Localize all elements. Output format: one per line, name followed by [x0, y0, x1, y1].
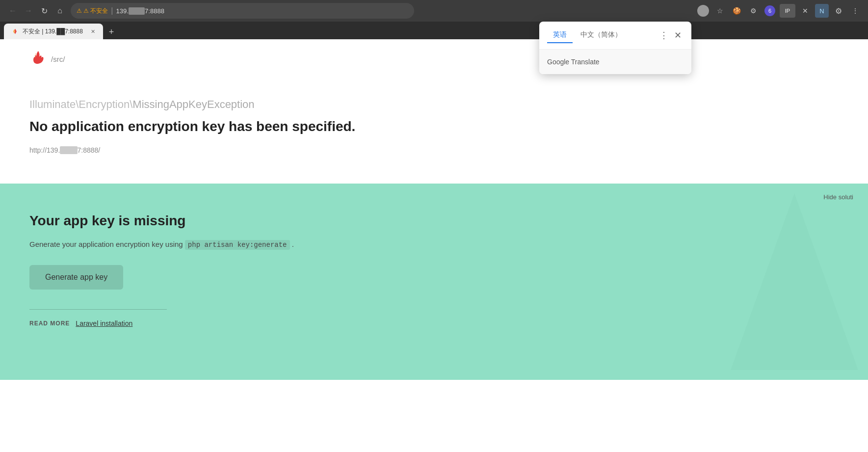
address-text: 139. 7:8888	[116, 7, 164, 15]
exception-message: No application encryption key has been s…	[29, 119, 839, 134]
cookie-extension-button[interactable]: 🍪	[730, 4, 743, 18]
translate-body: Google Translate	[539, 50, 691, 74]
address-separator: |	[111, 6, 113, 15]
page-wrapper: /src/ Illuminate\Encryption\MissingAppKe…	[0, 39, 868, 452]
exception-namespace: Illuminate\Encryption\	[29, 98, 132, 110]
solution-desc-prefix: Generate your application encryption key…	[29, 240, 183, 248]
forward-button[interactable]: →	[22, 4, 35, 18]
home-button[interactable]: ⌂	[53, 4, 67, 18]
exception-url: http://139. 7:8888/	[29, 146, 839, 154]
settings-extension-button[interactable]: ⚙	[746, 4, 760, 18]
hide-solution-button[interactable]: Hide soluti	[823, 193, 853, 201]
solution-bg-shape	[721, 184, 868, 380]
error-content: Illuminate\Encryption\MissingAppKeyExcep…	[0, 79, 868, 184]
solution-section: Hide soluti Your app key is missing Gene…	[0, 184, 868, 380]
read-more: READ MORE Laravel installation	[29, 319, 839, 327]
solution-code: php artisan key:generate	[185, 240, 290, 250]
address-bar[interactable]: ⚠ ⚠ 不安全 | 139. 7:8888	[71, 3, 414, 19]
n-extension-button[interactable]: N	[815, 4, 829, 18]
translate-close-button[interactable]: ✕	[672, 28, 684, 43]
exception-classname: MissingAppKeyException	[132, 98, 254, 110]
read-more-label: READ MORE	[29, 320, 70, 327]
browser-chrome: ← → ↻ ⌂ ⚠ ⚠ 不安全 | 139. 7:8888 ☆ 🍪 ⚙ 6 IP…	[0, 0, 868, 22]
solution-desc-suffix: .	[292, 240, 294, 248]
translate-header: 英语 中文（简体） ⋮ ✕	[539, 22, 691, 50]
translate-popup: 英语 中文（简体） ⋮ ✕ Google Translate	[539, 22, 691, 74]
laravel-logo	[29, 50, 45, 68]
browser-icons: ☆ 🍪 ⚙ 6 IP ✕ N ⚙ ⋮	[696, 4, 862, 18]
exception-class: Illuminate\Encryption\MissingAppKeyExcep…	[29, 98, 839, 111]
warning-icon: ⚠	[77, 7, 82, 14]
security-warning: ⚠ ⚠ 不安全	[77, 7, 108, 15]
translate-menu-button[interactable]: ⋮	[658, 28, 670, 43]
translate-tab-english[interactable]: 英语	[547, 27, 573, 43]
tab-favicon	[12, 28, 19, 35]
reload-button[interactable]: ↻	[37, 4, 51, 18]
back-button[interactable]: ←	[6, 4, 20, 18]
svg-marker-3	[731, 193, 858, 370]
bookmark-star-button[interactable]: ☆	[713, 4, 727, 18]
more-menu-button[interactable]: ⋮	[848, 4, 862, 18]
breadcrumb: /src/	[51, 55, 65, 63]
nav-buttons: ← → ↻ ⌂	[6, 4, 67, 18]
translate-tab-chinese[interactable]: 中文（简体）	[575, 27, 628, 43]
ip-extension-button[interactable]: IP	[780, 4, 795, 18]
solution-description: Generate your application encryption key…	[29, 239, 839, 250]
close-extension-button[interactable]: ✕	[798, 4, 812, 18]
active-tab[interactable]: 不安全 | 139.██7:8888 ✕	[4, 24, 103, 39]
badge-extension-button[interactable]: 6	[763, 4, 777, 18]
gear-extension-button[interactable]: ⚙	[832, 4, 845, 18]
tab-title: 不安全 | 139.██7:8888	[23, 27, 83, 36]
laravel-installation-link[interactable]: Laravel installation	[76, 319, 132, 327]
tab-bar: 不安全 | 139.██7:8888 ✕ +	[0, 22, 868, 39]
translate-service-label: Google Translate	[547, 58, 600, 66]
tab-close-button[interactable]: ✕	[91, 28, 95, 35]
new-tab-button[interactable]: +	[105, 25, 118, 39]
profile-button[interactable]	[696, 4, 710, 18]
error-header: /src/	[0, 39, 868, 79]
generate-app-key-button[interactable]: Generate app key	[29, 265, 123, 290]
security-text: ⚠ 不安全	[83, 7, 108, 15]
divider	[29, 309, 167, 310]
solution-title: Your app key is missing	[29, 213, 839, 229]
